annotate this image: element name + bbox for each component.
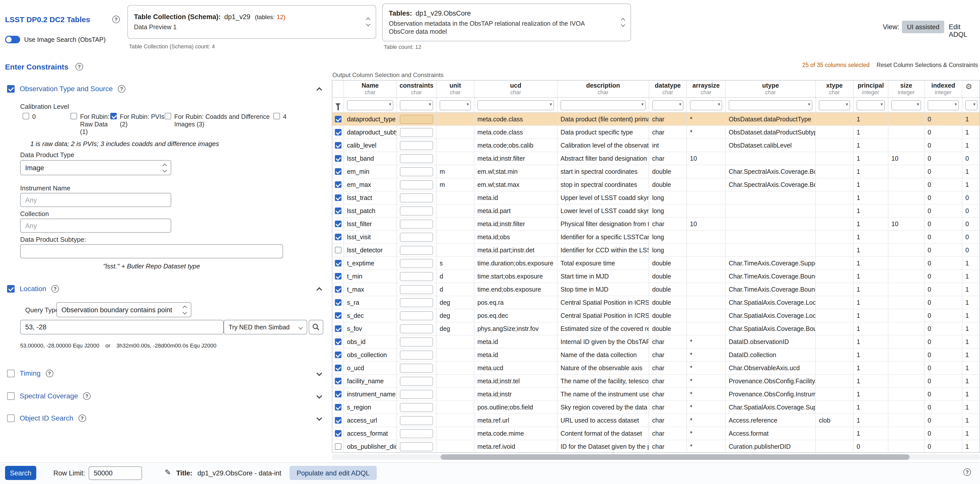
- column-header[interactable]: descriptionchar: [557, 81, 649, 97]
- row-select-checkbox[interactable]: [335, 443, 341, 450]
- section-timing[interactable]: Timing: [7, 369, 321, 377]
- table-row[interactable]: obs_idmeta.idInternal ID given by the Ob…: [332, 336, 980, 349]
- populate-adql-button[interactable]: Populate and edit ADQL: [290, 466, 377, 480]
- table-row[interactable]: lsst_bandmeta.id;instr.filterAbstract fi…: [332, 152, 980, 165]
- view-ui-assisted-button[interactable]: UI assisted: [902, 21, 945, 33]
- table-row[interactable]: em_maxmem.wl;stat.maxstop in spectral co…: [332, 178, 980, 191]
- column-header[interactable]: principalinteger: [854, 81, 888, 97]
- table-row[interactable]: access_formatmeta.code.mimeContent forma…: [332, 427, 980, 440]
- constraint-input[interactable]: [400, 311, 433, 320]
- column-filter-combo[interactable]: [560, 100, 646, 110]
- row-select-checkbox[interactable]: [335, 325, 341, 332]
- checkbox[interactable]: [23, 113, 29, 119]
- column-header[interactable]: unitchar: [437, 81, 474, 97]
- section-checkbox[interactable]: [7, 392, 14, 400]
- row-select-checkbox[interactable]: [335, 207, 341, 214]
- scrollbar-thumb[interactable]: [441, 454, 910, 460]
- column-filter-combo[interactable]: [652, 100, 683, 110]
- row-select-checkbox[interactable]: [335, 129, 341, 135]
- expand-chevron-icon[interactable]: [317, 415, 322, 421]
- table-row[interactable]: calib_levelmeta.code;obs.calibCalibratio…: [332, 139, 980, 152]
- constraint-input[interactable]: [400, 416, 433, 425]
- column-filter-combo[interactable]: [440, 100, 471, 110]
- table-row[interactable]: s_decdegpos.eq.decCentral Spatial Positi…: [332, 309, 980, 322]
- column-filter-combo[interactable]: [857, 100, 885, 110]
- table-row[interactable]: dataproduct_typemeta.code.classData prod…: [332, 113, 980, 126]
- section-checkbox[interactable]: [7, 414, 14, 422]
- table-row[interactable]: s_radegpos.eq.raCentral Spatial Position…: [332, 296, 980, 309]
- expand-chevron-icon[interactable]: [317, 393, 322, 399]
- constraint-input[interactable]: [400, 442, 433, 451]
- checkbox[interactable]: [165, 113, 171, 119]
- row-select-checkbox[interactable]: [335, 430, 341, 437]
- table-row[interactable]: em_minmem.wl;stat.minstart in spectral c…: [332, 165, 980, 178]
- constraint-input[interactable]: [400, 115, 433, 124]
- row-select-checkbox[interactable]: [335, 417, 341, 424]
- help-icon[interactable]: [51, 285, 59, 292]
- column-filter-combo[interactable]: [819, 100, 850, 110]
- constraint-input[interactable]: [400, 272, 433, 281]
- table-row[interactable]: lsst_detectormeta.id.part;instr.detIdent…: [332, 244, 980, 257]
- table-row[interactable]: access_urlmeta.ref.urlURL used to access…: [332, 414, 980, 427]
- column-header[interactable]: datatypechar: [649, 81, 687, 97]
- column-filter-combo[interactable]: [928, 100, 959, 110]
- collapse-chevron-icon[interactable]: [317, 287, 322, 293]
- filter-funnel-icon[interactable]: [336, 103, 340, 107]
- chevron-updown-icon[interactable]: [367, 18, 370, 26]
- help-icon[interactable]: [118, 85, 126, 92]
- checkbox[interactable]: [110, 113, 117, 119]
- column-header[interactable]: indexedinteger: [924, 81, 963, 97]
- data-product-subtype-input[interactable]: [20, 244, 283, 258]
- section-checkbox[interactable]: [7, 285, 14, 292]
- tables-dropdown[interactable]: Tables:dp1_v29.ObsCore Observation metad…: [382, 3, 631, 41]
- row-select-checkbox[interactable]: [335, 404, 341, 411]
- constraint-input[interactable]: [400, 141, 433, 150]
- column-filter-combo[interactable]: [347, 100, 393, 110]
- row-select-checkbox[interactable]: [335, 299, 341, 306]
- schema-dropdown[interactable]: Table Collection (Schema):dp1_v29(tables…: [127, 5, 376, 39]
- help-icon[interactable]: [112, 16, 120, 23]
- collapse-chevron-icon[interactable]: [317, 87, 322, 93]
- table-row[interactable]: lsst_patchmeta.id.partLower level of LSS…: [332, 204, 980, 218]
- constraint-input[interactable]: [400, 245, 433, 255]
- query-type-select[interactable]: Observation boundary contains point: [56, 302, 191, 317]
- constraint-input[interactable]: [400, 232, 433, 242]
- constraint-input[interactable]: [400, 298, 433, 307]
- position-input[interactable]: [20, 320, 224, 334]
- table-row[interactable]: lsst_visitmeta.id;obsIdentifier for a sp…: [332, 231, 980, 244]
- column-header[interactable]: ucdchar: [474, 81, 557, 97]
- calib-level-option[interactable]: 4: [274, 113, 294, 136]
- row-select-checkbox[interactable]: [335, 116, 341, 123]
- row-select-checkbox[interactable]: [335, 312, 341, 319]
- row-select-checkbox[interactable]: [335, 142, 341, 148]
- column-filter-combo[interactable]: [690, 100, 722, 110]
- section-object-id-search[interactable]: Object ID Search: [7, 414, 321, 422]
- section-checkbox[interactable]: [7, 369, 14, 377]
- help-icon[interactable]: [76, 63, 83, 70]
- column-header[interactable]: constraintschar: [397, 81, 437, 97]
- section-observation-type[interactable]: Observation Type and Source: [7, 84, 321, 93]
- search-button[interactable]: Search: [5, 466, 36, 480]
- row-select-checkbox[interactable]: [335, 338, 341, 345]
- row-select-checkbox[interactable]: [335, 365, 341, 371]
- row-select-checkbox[interactable]: [335, 247, 341, 253]
- section-checkbox[interactable]: [7, 85, 14, 92]
- column-header[interactable]: sizeinteger: [888, 81, 924, 97]
- help-icon[interactable]: [78, 414, 86, 422]
- calib-level-option[interactable]: For Rubin: PVIs (2): [110, 113, 165, 136]
- row-select-checkbox[interactable]: [335, 155, 341, 162]
- section-location[interactable]: Location: [7, 285, 321, 293]
- expand-chevron-icon[interactable]: [317, 371, 322, 376]
- constraint-input[interactable]: [400, 363, 433, 373]
- constraint-input[interactable]: [400, 154, 433, 163]
- resolver-select[interactable]: Try NED then Simbad: [224, 320, 307, 334]
- instrument-name-input[interactable]: [20, 193, 171, 207]
- constraint-input[interactable]: [400, 219, 433, 228]
- horizontal-scrollbar[interactable]: [332, 454, 980, 460]
- calib-level-option[interactable]: For Rubin: Coadds and Difference Images …: [165, 113, 274, 136]
- constraint-input[interactable]: [400, 193, 433, 202]
- constraint-input[interactable]: [400, 337, 433, 346]
- table-options-gear-icon[interactable]: [966, 82, 972, 91]
- help-icon[interactable]: [46, 369, 53, 377]
- constraint-input[interactable]: [400, 324, 433, 333]
